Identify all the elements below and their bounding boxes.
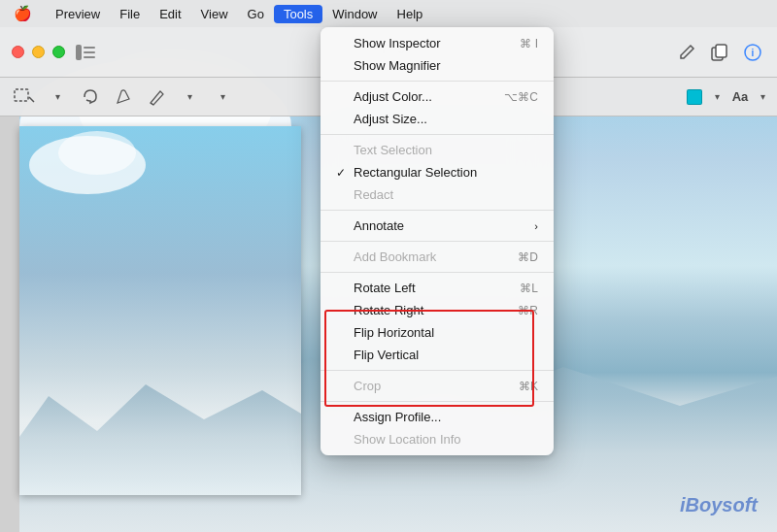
- menu-redact[interactable]: Redact: [321, 183, 554, 206]
- maximize-button[interactable]: [52, 46, 65, 58]
- menu-help[interactable]: Help: [388, 5, 433, 23]
- selection-dropdown[interactable]: ▾: [45, 84, 70, 110]
- pen-tool[interactable]: [144, 84, 169, 110]
- svg-rect-3: [84, 56, 95, 58]
- crop-label: Crop: [354, 379, 507, 393]
- menu-text-selection[interactable]: Text Selection: [321, 139, 554, 161]
- adjust-size-label: Adjust Size...: [354, 112, 526, 126]
- sep7: [321, 401, 554, 402]
- rotate-left-shortcut: ⌘L: [520, 282, 538, 295]
- show-location-label: Show Location Info: [354, 432, 538, 447]
- svg-line-9: [151, 103, 153, 105]
- menu-rotate-left[interactable]: Rotate Left ⌘L: [321, 277, 554, 299]
- rotate-left-label: Rotate Left: [354, 281, 508, 295]
- tool-dropdown[interactable]: ▾: [177, 84, 202, 110]
- menu-show-inspector[interactable]: Show Inspector ⌘ I: [321, 32, 554, 54]
- inspector-icon-button[interactable]: i: [740, 40, 765, 65]
- sep5: [321, 272, 554, 273]
- svg-text:i: i: [752, 48, 755, 58]
- view-options-dropdown[interactable]: [682, 84, 707, 110]
- svg-rect-0: [76, 45, 82, 60]
- sidebar-toggle-button[interactable]: [73, 40, 98, 65]
- toolbar-right: i: [674, 40, 765, 65]
- watermark: iBoysoft: [680, 494, 758, 516]
- rectangular-selection-label: Rectangular Selection: [354, 165, 538, 180]
- preview-image: [19, 126, 301, 495]
- edit-icon-button[interactable]: [674, 40, 699, 65]
- sep1: [321, 81, 554, 82]
- menubar: 🍎 Preview File Edit View Go Tools Window…: [0, 0, 777, 27]
- menu-assign-profile[interactable]: Assign Profile...: [321, 406, 554, 428]
- sep2: [321, 134, 554, 135]
- annotate-label: Annotate: [354, 218, 526, 233]
- menu-edit[interactable]: Edit: [150, 5, 190, 23]
- menu-show-location[interactable]: Show Location Info: [321, 428, 554, 450]
- color-dropdown-arrow[interactable]: ▾: [715, 91, 720, 102]
- add-bookmark-shortcut: ⌘D: [518, 250, 538, 264]
- menu-crop[interactable]: Crop ⌘K: [321, 375, 554, 397]
- tools-dropdown-menu: Show Inspector ⌘ I Show Magnifier Adjust…: [321, 27, 554, 455]
- menu-flip-horizontal[interactable]: Flip Horizontal: [321, 321, 554, 344]
- submenu-arrow-icon: ›: [534, 220, 538, 232]
- svg-rect-2: [84, 51, 95, 53]
- apple-menu[interactable]: 🍎: [0, 5, 46, 22]
- menu-flip-vertical[interactable]: Flip Vertical: [321, 344, 554, 366]
- checkmark-icon: ✓: [336, 166, 350, 180]
- text-selection-label: Text Selection: [354, 143, 538, 157]
- menu-add-bookmark[interactable]: Add Bookmark ⌘D: [321, 246, 554, 268]
- sep6: [321, 370, 554, 371]
- rotate-right-shortcut: ⌘R: [518, 304, 538, 317]
- rotate-right-label: Rotate Right: [354, 303, 506, 317]
- menu-tools[interactable]: Tools: [274, 5, 322, 23]
- menu-file[interactable]: File: [110, 5, 150, 23]
- show-inspector-label: Show Inspector: [354, 36, 508, 50]
- draw-tool[interactable]: [111, 84, 136, 110]
- redact-label: Redact: [354, 187, 538, 202]
- add-bookmark-label: Add Bookmark: [354, 249, 506, 264]
- menu-view[interactable]: View: [191, 5, 238, 23]
- menu-window[interactable]: Window: [322, 5, 387, 23]
- menu-preview[interactable]: Preview: [46, 5, 110, 23]
- adjust-color-label: Adjust Color...: [354, 89, 492, 104]
- menu-go[interactable]: Go: [238, 5, 274, 23]
- crop-shortcut: ⌘K: [519, 380, 538, 393]
- svg-rect-8: [15, 89, 28, 101]
- close-button[interactable]: [12, 46, 24, 58]
- menu-rotate-right[interactable]: Rotate Right ⌘R: [321, 299, 554, 321]
- assign-profile-label: Assign Profile...: [354, 410, 538, 424]
- toolbar2-right: ▾ Aa ▾: [682, 84, 765, 110]
- rect-selection-tool[interactable]: [12, 84, 37, 110]
- flip-vertical-label: Flip Vertical: [354, 348, 526, 362]
- more-tools-dropdown[interactable]: ▾: [210, 84, 235, 110]
- svg-rect-1: [84, 47, 95, 49]
- menu-adjust-size[interactable]: Adjust Size...: [321, 108, 554, 130]
- svg-rect-5: [716, 45, 726, 57]
- show-magnifier-label: Show Magnifier: [354, 58, 526, 73]
- minimize-button[interactable]: [32, 46, 45, 58]
- lasso-tool[interactable]: [78, 84, 103, 110]
- menu-adjust-color[interactable]: Adjust Color... ⌥⌘C: [321, 85, 554, 108]
- menu-annotate[interactable]: Annotate ›: [321, 215, 554, 237]
- traffic-lights: [12, 46, 65, 58]
- font-dropdown-arrow[interactable]: ▾: [760, 91, 765, 102]
- duplicate-icon-button[interactable]: [707, 40, 732, 65]
- sep4: [321, 241, 554, 242]
- flip-horizontal-label: Flip Horizontal: [354, 325, 526, 340]
- show-inspector-shortcut: ⌘ I: [520, 37, 538, 50]
- sep3: [321, 210, 554, 211]
- adjust-color-shortcut: ⌥⌘C: [504, 90, 538, 104]
- menu-rectangular-selection[interactable]: ✓ Rectangular Selection: [321, 161, 554, 183]
- font-button[interactable]: Aa: [727, 84, 753, 110]
- menu-show-magnifier[interactable]: Show Magnifier: [321, 54, 554, 77]
- sidebar: [0, 116, 19, 532]
